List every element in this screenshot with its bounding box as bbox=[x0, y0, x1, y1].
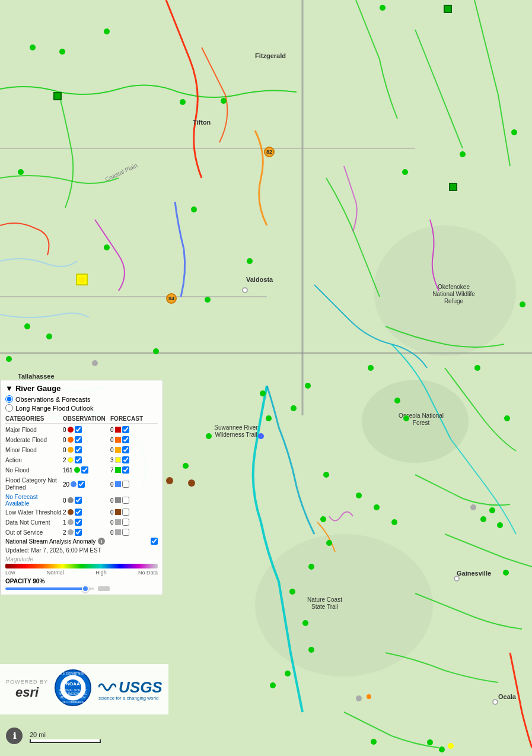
out-of-service-obs-cb[interactable] bbox=[75, 529, 82, 536]
legend-title-row[interactable]: ▼ River Gauge bbox=[5, 384, 158, 393]
no-flood-fore-cb[interactable] bbox=[122, 466, 129, 474]
noaa-logo: NOAA NATIONAL OCEANIC AND ATMOSPHERIC AD… bbox=[54, 669, 93, 710]
flood-not-def-obs-dot bbox=[71, 481, 77, 487]
magnitude-labels: Low Normal High No Data bbox=[5, 570, 158, 576]
no-forecast-obs-dot bbox=[68, 497, 74, 503]
no-flood-fore-sq bbox=[115, 467, 121, 473]
noaa-svg: NOAA NATIONAL OCEANIC AND ATMOSPHERIC AD… bbox=[54, 669, 93, 707]
cat-no-flood-fore: 7 bbox=[110, 466, 158, 474]
radio-flood-label: Long Range Flood Outlook bbox=[15, 405, 93, 412]
cat-no-forecast-obs: 0 bbox=[63, 497, 110, 504]
radio-obs-label: Observations & Forecasts bbox=[15, 396, 91, 403]
cat-low-water-obs-count: 2 bbox=[63, 509, 66, 516]
categories-header: CATEGORIES OBSERVATION FORECAST bbox=[5, 415, 158, 424]
low-water-fore-cb[interactable] bbox=[122, 509, 129, 516]
legend-collapse-icon[interactable]: ▼ bbox=[5, 384, 13, 393]
nsa-row: National Stream Analysis Anomaly i bbox=[5, 538, 158, 545]
cat-low-water-label: Low Water Threshold bbox=[5, 509, 63, 516]
map-container[interactable]: Fitzgerald Tifton Coastal Plain Valdosta… bbox=[0, 0, 532, 756]
flood-not-def-fore-sq bbox=[115, 481, 121, 487]
radio-flood-row[interactable]: Long Range Flood Outlook bbox=[5, 404, 158, 412]
cat-data-not-current-fore: 0 bbox=[110, 519, 158, 526]
major-flood-fore-cb[interactable] bbox=[122, 426, 129, 433]
magnitude-label: Magnitude bbox=[5, 556, 158, 563]
legend-title: River Gauge bbox=[15, 384, 61, 393]
cat-data-not-current-obs: 1 bbox=[63, 519, 110, 526]
svg-text:U.S. DEPARTMENT: U.S. DEPARTMENT bbox=[59, 672, 86, 675]
radio-obs-row[interactable]: Observations & Forecasts bbox=[5, 395, 158, 403]
cat-moderate-flood-obs-count: 0 bbox=[63, 437, 66, 443]
opacity-row: OPACITY 90% bbox=[5, 578, 158, 585]
cat-major-flood-obs-count: 0 bbox=[63, 427, 66, 433]
cat-no-flood-fore-count: 7 bbox=[110, 467, 114, 474]
esri-name: esri bbox=[6, 685, 48, 700]
moderate-flood-fore-cb[interactable] bbox=[122, 436, 129, 443]
svg-text:NOAA: NOAA bbox=[66, 681, 80, 687]
minor-flood-obs-cb[interactable] bbox=[75, 446, 82, 453]
cat-flood-not-defined-fore: 0 bbox=[110, 481, 158, 488]
moderate-flood-obs-cb[interactable] bbox=[75, 436, 82, 443]
data-not-current-fore-cb[interactable] bbox=[122, 519, 129, 526]
radio-flood[interactable] bbox=[5, 404, 13, 412]
cat-no-flood-label: No Flood bbox=[5, 467, 63, 474]
cat-no-forecast-label: No Forecast Available bbox=[5, 494, 63, 507]
minor-flood-obs-dot bbox=[68, 447, 74, 453]
fore-col-header: FORECAST bbox=[110, 415, 158, 422]
cat-row-out-of-service: Out of Service 2 0 bbox=[5, 528, 158, 537]
cat-data-not-current-label: Data Not Current bbox=[5, 519, 63, 526]
action-obs-cb[interactable] bbox=[75, 456, 82, 463]
cat-moderate-flood-obs: 0 bbox=[63, 436, 110, 443]
flood-not-def-fore-cb[interactable] bbox=[122, 481, 129, 488]
bottom-logos: POWERED BY esri NOAA NATIONAL OCEANIC AN… bbox=[0, 664, 168, 714]
data-not-current-obs-cb[interactable] bbox=[75, 519, 82, 526]
magnitude-text: Magnitude bbox=[5, 556, 33, 563]
nsa-label: National Stream Analysis Anomaly bbox=[5, 538, 95, 545]
flood-not-def-obs-cb[interactable] bbox=[78, 481, 85, 488]
opacity-slider[interactable] bbox=[5, 587, 94, 590]
no-forecast-fore-cb[interactable] bbox=[122, 497, 129, 504]
cat-row-major-flood: Major Flood 0 0 bbox=[5, 425, 158, 434]
out-of-service-obs-dot bbox=[68, 529, 74, 535]
major-flood-obs-cb[interactable] bbox=[75, 426, 82, 433]
minor-flood-fore-cb[interactable] bbox=[122, 446, 129, 453]
nsa-checkbox[interactable] bbox=[151, 538, 158, 545]
cat-row-data-not-current: Data Not Current 1 0 bbox=[5, 517, 158, 527]
nsa-info-icon[interactable]: i bbox=[98, 538, 105, 545]
info-button[interactable]: ℹ bbox=[6, 728, 23, 744]
cat-low-water-obs: 2 bbox=[63, 509, 110, 516]
action-fore-cb[interactable] bbox=[122, 456, 129, 463]
cat-col-label: CATEGORIES bbox=[5, 415, 63, 422]
cat-major-flood-fore: 0 bbox=[110, 426, 158, 433]
out-of-service-fore-cb[interactable] bbox=[122, 529, 129, 536]
cat-out-of-service-label: Out of Service bbox=[5, 529, 63, 536]
powered-by-label: POWERED BY bbox=[6, 679, 48, 685]
cat-no-forecast-fore: 0 bbox=[110, 497, 158, 504]
cat-action-fore: 3 bbox=[110, 456, 158, 463]
svg-text:ADMINISTRATION: ADMINISTRATION bbox=[60, 695, 86, 699]
cat-low-water-fore-count: 0 bbox=[110, 509, 114, 516]
magnitude-bar bbox=[5, 564, 158, 568]
scale-label: 20 mi bbox=[30, 731, 46, 738]
cat-minor-flood-label: Minor Flood bbox=[5, 447, 63, 453]
low-water-obs-cb[interactable] bbox=[75, 509, 82, 516]
cat-action-fore-count: 3 bbox=[110, 457, 114, 463]
no-flood-obs-cb[interactable] bbox=[81, 466, 88, 474]
cat-moderate-flood-label: Moderate Flood bbox=[5, 437, 63, 443]
cat-minor-flood-fore-count: 0 bbox=[110, 447, 114, 453]
gauge-empty-2 bbox=[454, 576, 460, 582]
no-flood-obs-dot bbox=[74, 467, 80, 473]
moderate-flood-obs-dot bbox=[68, 437, 74, 443]
cat-no-flood-obs-count: 161 bbox=[63, 467, 73, 474]
radio-obs[interactable] bbox=[5, 395, 13, 403]
updated-text: Updated: Mar 7, 2025, 6:00 PM EST bbox=[5, 547, 158, 554]
usgs-sub: science for a changing world bbox=[98, 695, 158, 701]
svg-point-1 bbox=[374, 225, 516, 356]
no-forecast-obs-cb[interactable] bbox=[75, 497, 82, 504]
slider-thumb[interactable] bbox=[82, 585, 89, 592]
usgs-wave-icon bbox=[98, 678, 116, 696]
cat-row-action: Action 2 3 bbox=[5, 455, 158, 465]
info-icon: ℹ bbox=[13, 731, 16, 741]
cat-low-water-fore: 0 bbox=[110, 509, 158, 516]
data-not-current-fore-sq bbox=[115, 519, 121, 525]
low-water-fore-sq bbox=[115, 509, 121, 515]
